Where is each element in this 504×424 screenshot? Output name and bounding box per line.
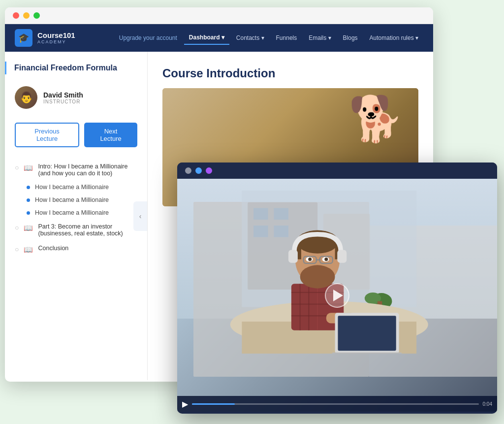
lesson-1-label: How I became a Millionaire [35, 184, 109, 191]
book-icon-3: 📖 [24, 245, 33, 254]
instructor-area: 👨 David Smith INSTRUCTOR [5, 80, 147, 115]
svg-rect-3 [253, 208, 268, 220]
lesson-dot-1 [27, 186, 30, 189]
btn-group: Previous Lecture Next Lecture [5, 115, 147, 155]
curriculum-section-2[interactable]: ○ 📖 Part 3: Become an investor (business… [5, 219, 147, 241]
curriculum: ○ 📖 Intro: How I became a Millionaire (a… [5, 155, 147, 262]
curriculum-section-1[interactable]: ○ 📖 Intro: How I became a Millionaire (a… [5, 159, 147, 181]
svg-rect-32 [337, 250, 346, 262]
time-display: 0:04 [483, 401, 492, 407]
instructor-name: David Smith [43, 91, 137, 99]
svg-rect-4 [274, 208, 288, 220]
instructor-info: David Smith INSTRUCTOR [43, 91, 137, 104]
sidebar-collapse-button[interactable]: ‹ [133, 201, 147, 231]
close-dot[interactable] [13, 12, 19, 19]
lesson-1[interactable]: How I became a Millionaire [5, 181, 147, 194]
lesson-dot-2 [27, 198, 30, 202]
check-icon-3: ○ [15, 245, 19, 253]
nav-dashboard[interactable]: Dashboard ▾ [184, 31, 229, 45]
lesson-3[interactable]: How I became a Millionaire [5, 206, 147, 219]
nav-automation[interactable]: Automation rules ▾ [365, 32, 423, 44]
check-icon-2: ○ [15, 224, 19, 231]
section-3-label: Conclusion [38, 245, 68, 252]
fullscreen-dot[interactable] [33, 12, 40, 19]
svg-point-26 [308, 258, 312, 261]
next-lecture-button[interactable]: Next Lecture [84, 123, 137, 147]
book-icon-2: 📖 [24, 224, 33, 232]
svg-rect-5 [253, 226, 268, 237]
avatar-face: 👨 [15, 86, 37, 109]
progress-bar[interactable] [192, 403, 479, 405]
video-player-window: ▶ 0:04 [177, 163, 497, 414]
logo-text: Course101 [37, 32, 75, 40]
lesson-2-label: How I became a Millionaire [35, 196, 109, 203]
logo-sub: ACADEMY [37, 39, 75, 44]
section-1-label: Intro: How I became a Millionaire (and h… [38, 163, 137, 177]
navbar: 🎓 Course101 ACADEMY Upgrade your account… [5, 24, 433, 52]
nav-blogs[interactable]: Blogs [338, 32, 363, 44]
avatar: 👨 [15, 86, 37, 109]
minimize-dot[interactable] [23, 12, 30, 19]
play-button[interactable] [325, 283, 349, 308]
control-play-button[interactable]: ▶ [182, 399, 188, 409]
course-title: Financial Freedom Formula [14, 64, 147, 72]
sidebar: Financial Freedom Formula 👨 David Smith … [5, 52, 148, 380]
nav-upgrade[interactable]: Upgrade your account [114, 32, 182, 44]
person-graphic [209, 191, 449, 354]
svg-rect-6 [274, 226, 288, 237]
previous-lecture-button[interactable]: Previous Lecture [15, 123, 79, 147]
svg-rect-31 [288, 250, 298, 262]
nav-links: Upgrade your account Dashboard ▾ Contact… [114, 31, 423, 45]
video-area: ▶ 0:04 [177, 179, 497, 412]
dog-graphic: 🐕 [348, 93, 404, 145]
section-2-label: Part 3: Become an investor (businesses, … [38, 223, 137, 237]
progress-fill [192, 403, 235, 405]
book-icon-1: 📖 [24, 163, 33, 172]
main-title: Course Introduction [162, 66, 418, 80]
instructor-role: INSTRUCTOR [43, 99, 137, 104]
lesson-3-label: How I became a Millionaire [35, 209, 109, 216]
close-dot-front[interactable] [185, 167, 191, 174]
logo-icon: 🎓 [15, 29, 32, 47]
logo[interactable]: 🎓 Course101 ACADEMY [15, 29, 89, 47]
curriculum-section-3[interactable]: ○ 📖 Conclusion [5, 241, 147, 258]
check-icon: ○ [15, 163, 19, 171]
lesson-dot-3 [27, 211, 30, 215]
nav-funnels[interactable]: Funnels [271, 32, 302, 44]
svg-point-27 [324, 258, 328, 261]
nav-emails[interactable]: Emails ▾ [304, 32, 336, 44]
svg-rect-37 [332, 352, 402, 353]
video-controls: ▶ 0:04 [177, 396, 497, 412]
fullscreen-dot-front[interactable] [206, 167, 212, 174]
minimize-dot-front[interactable] [195, 167, 202, 174]
play-icon [333, 290, 343, 301]
nav-contacts[interactable]: Contacts ▾ [231, 32, 269, 44]
lesson-2[interactable]: How I became a Millionaire [5, 194, 147, 206]
titlebar-back [5, 7, 433, 24]
svg-rect-36 [338, 316, 396, 351]
titlebar-front [177, 163, 497, 179]
